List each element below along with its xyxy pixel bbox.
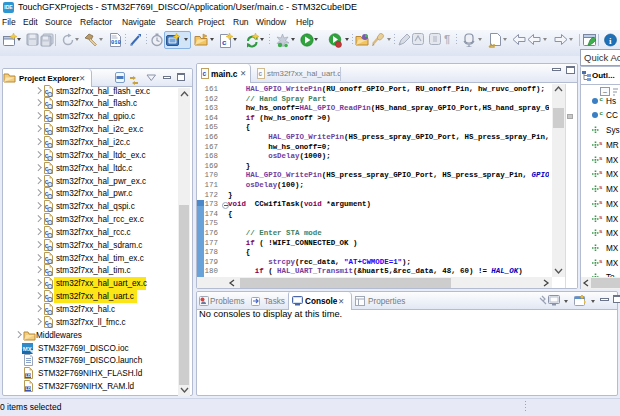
svg-text:c: c	[600, 110, 604, 116]
svg-text:c: c	[600, 96, 604, 102]
svg-text:c: c	[222, 38, 227, 47]
svg-text:s: s	[599, 155, 603, 161]
svg-text:c: c	[203, 70, 207, 77]
svg-text:s: s	[599, 214, 603, 220]
svg-text:s: s	[599, 184, 603, 190]
svg-text:c: c	[259, 70, 263, 77]
svg-text:s: s	[599, 140, 603, 146]
svg-text:LD: LD	[26, 373, 32, 378]
svg-text:010: 010	[111, 39, 121, 46]
svg-text:s: s	[599, 258, 603, 264]
svg-text:s: s	[599, 199, 603, 205]
svg-text:s: s	[599, 228, 603, 234]
svg-text:LD: LD	[26, 386, 32, 391]
svg-text:s: s	[599, 169, 603, 175]
